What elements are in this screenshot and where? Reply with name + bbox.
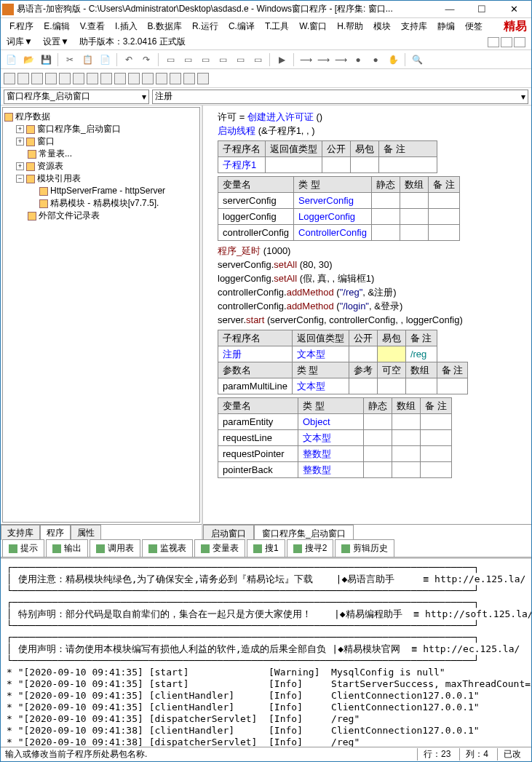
widget-14[interactable]: [183, 73, 195, 84]
tab-support[interactable]: 支持库: [1, 525, 40, 540]
menu-compile[interactable]: C.编译: [224, 19, 259, 34]
tab-program[interactable]: 程序: [40, 525, 71, 540]
minimize-button[interactable]: —: [434, 1, 466, 17]
win3-icon[interactable]: ▭: [198, 52, 213, 67]
tree-root[interactable]: 程序数据: [4, 111, 198, 123]
tab-startwin[interactable]: 启动窗口: [203, 525, 254, 540]
menu-run[interactable]: R.运行: [188, 19, 223, 34]
menu-lib[interactable]: 支持库: [397, 19, 432, 34]
open-icon[interactable]: 📂: [21, 52, 36, 67]
undo-icon[interactable]: ↶: [122, 52, 136, 67]
save-icon[interactable]: 💾: [39, 52, 53, 67]
project-tree[interactable]: 程序数据 +窗口程序集_启动窗口 +窗口 常量表... +资源表 −模块引用表 …: [2, 107, 200, 523]
menu-view[interactable]: V.查看: [76, 19, 109, 34]
tree-node[interactable]: 精易模块 - 精易模块[v7.7.5].: [4, 197, 198, 210]
tree-node[interactable]: +资源表: [4, 160, 198, 172]
settings-dropdown[interactable]: 设置▼: [43, 36, 69, 48]
tab-property[interactable]: 属性: [71, 525, 101, 540]
menu-static[interactable]: 静编: [433, 19, 459, 34]
pane-s1[interactable]: 搜1: [247, 539, 285, 557]
widget-10[interactable]: [128, 73, 140, 84]
tree-node[interactable]: HttpServerFrame - httpServer: [4, 185, 198, 197]
var-table-1[interactable]: 变量名类 型静态数组备 注 serverConfigServerConfig l…: [218, 176, 460, 241]
win2-icon[interactable]: ▭: [180, 52, 195, 67]
maximize-button[interactable]: ☐: [466, 1, 498, 17]
break2-icon[interactable]: ●: [368, 52, 383, 67]
chevron-down-icon: ▾: [517, 92, 525, 102]
tree-node[interactable]: 外部文件记录表: [4, 210, 198, 222]
win6-icon[interactable]: ▭: [250, 52, 265, 67]
widget-13[interactable]: [170, 73, 181, 84]
tree-node[interactable]: 常量表...: [4, 148, 198, 160]
tree-node[interactable]: +窗口程序集_启动窗口: [4, 123, 198, 135]
expand-icon[interactable]: +: [16, 125, 24, 133]
paste-icon[interactable]: 📄: [98, 52, 112, 67]
break-icon[interactable]: ●: [351, 52, 365, 67]
widget-6[interactable]: [73, 73, 84, 84]
pane-clip[interactable]: 剪辑历史: [335, 539, 394, 557]
win5-icon[interactable]: ▭: [233, 52, 247, 67]
menu-db[interactable]: B.数据库: [143, 19, 186, 34]
redo-icon[interactable]: ↷: [139, 52, 154, 67]
var-icon: [201, 544, 210, 553]
tip-icon: [9, 544, 17, 553]
menu-edit[interactable]: E.编辑: [39, 19, 74, 34]
var-table-2[interactable]: 变量名类 型静态数组备 注 paramEntityObject requestL…: [218, 397, 452, 478]
close-button[interactable]: ✕: [498, 1, 530, 17]
copy-icon[interactable]: 📋: [80, 52, 95, 67]
editor-tabs: 启动窗口 窗口程序集_启动窗口: [203, 524, 531, 540]
output-pane[interactable]: ┌───────────────────────────────────────…: [1, 557, 531, 747]
widget-11[interactable]: [142, 73, 154, 84]
menu-tools[interactable]: T.工具: [261, 19, 293, 34]
restore-pane-button[interactable]: [501, 37, 512, 47]
tree-node[interactable]: −模块引用表: [4, 172, 198, 185]
win4-icon[interactable]: ▭: [215, 52, 230, 67]
code-area[interactable]: 许可 = 创建进入许可证 () 启动线程 (&子程序1, , ) 子程序名返回值…: [203, 106, 531, 524]
expand-icon[interactable]: +: [16, 162, 24, 170]
menu-help[interactable]: H.帮助: [333, 19, 368, 34]
min-pane-button[interactable]: [488, 37, 499, 47]
pane-var[interactable]: 变量表: [194, 539, 245, 557]
search-icon: [253, 544, 262, 553]
sub-table-2[interactable]: 子程序名返回值类型公开易包备 注 注册文本型/reg 参数名类 型参考可空数组备…: [218, 330, 468, 394]
pane-call[interactable]: 调用表: [90, 539, 140, 557]
widget-2[interactable]: [17, 73, 29, 84]
menu-window[interactable]: W.窗口: [295, 19, 331, 34]
pane-watch[interactable]: 监视表: [142, 539, 193, 557]
widget-7[interactable]: [87, 73, 98, 84]
widget-5[interactable]: [59, 73, 71, 84]
step-icon[interactable]: ⟶: [298, 52, 313, 67]
dict-dropdown[interactable]: 词库▼: [7, 36, 33, 48]
new-icon[interactable]: 📄: [4, 52, 18, 67]
menu-note[interactable]: 便签: [461, 19, 487, 34]
stepin-icon[interactable]: ⟶: [316, 52, 330, 67]
sub-table-1[interactable]: 子程序名返回值类型公开易包备 注 子程序1: [218, 140, 437, 173]
tree-node[interactable]: +窗口: [4, 135, 198, 148]
proc-combo[interactable]: 注册▾: [152, 90, 528, 104]
widget-12[interactable]: [156, 73, 167, 84]
pane-tip[interactable]: 提示: [2, 539, 44, 557]
widget-15[interactable]: [197, 73, 209, 84]
run-icon[interactable]: ▶: [274, 52, 289, 67]
close-pane-button[interactable]: [514, 37, 525, 47]
widget-1[interactable]: [4, 73, 15, 84]
pane-output[interactable]: 输出: [46, 539, 88, 557]
widget-9[interactable]: [114, 73, 126, 84]
pane-s2[interactable]: 搜寻2: [287, 539, 334, 557]
widget-4[interactable]: [45, 73, 57, 84]
win-icon[interactable]: ▭: [163, 52, 178, 67]
status-col: 列：4: [459, 748, 494, 761]
procset-combo[interactable]: 窗口程序集_启动窗口▾: [4, 90, 149, 104]
menu-module[interactable]: 模块: [369, 19, 395, 34]
widget-3[interactable]: [31, 73, 43, 84]
stepout-icon[interactable]: ⟶: [333, 52, 348, 67]
find-icon[interactable]: 🔍: [410, 52, 424, 67]
tab-procset[interactable]: 窗口程序集_启动窗口: [254, 525, 354, 540]
hand-icon[interactable]: ✋: [386, 52, 400, 67]
menu-program[interactable]: F.程序: [5, 19, 38, 34]
menu-insert[interactable]: I.插入: [111, 19, 142, 34]
expand-icon[interactable]: +: [16, 138, 24, 146]
widget-8[interactable]: [100, 73, 112, 84]
collapse-icon[interactable]: −: [16, 175, 24, 183]
cut-icon[interactable]: ✂: [63, 52, 77, 67]
